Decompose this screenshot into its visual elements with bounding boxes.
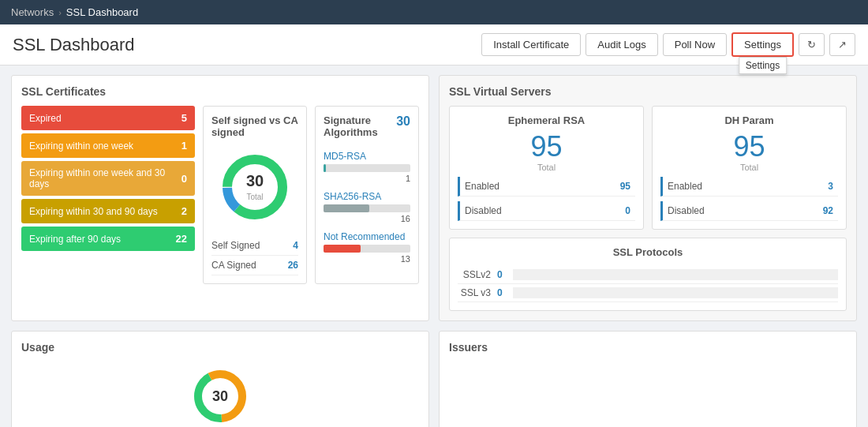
usage-card: Usage 30 — [11, 331, 429, 427]
donut-total: 30 — [246, 172, 264, 190]
sig-track-not-rec — [324, 245, 410, 253]
install-certificate-button[interactable]: Install Certificate — [481, 33, 581, 56]
sig-title: SignatureAlgorithms — [324, 114, 378, 138]
protocol-sslv2-bar — [513, 269, 838, 280]
self-signed-val: 4 — [293, 240, 298, 251]
ephemeral-rsa-disabled-val: 0 — [625, 205, 630, 216]
sig-label-md5[interactable]: MD5-RSA — [324, 151, 410, 162]
settings-button[interactable]: Settings — [731, 32, 794, 57]
nav-networks[interactable]: Networks — [11, 6, 54, 18]
ephemeral-rsa-enabled-row[interactable]: Enabled 95 — [458, 177, 635, 197]
ssl-certificates-panel: SSL Certificates Expired 5 Expiring with… — [11, 75, 429, 321]
ca-signed-stat[interactable]: CA Signed 26 — [211, 256, 298, 275]
cert-row-30-90[interactable]: Expiring within 30 and 90 days 2 — [21, 199, 195, 223]
ssl-vs-title: SSL Virtual Servers — [449, 85, 847, 98]
donut-stats: Self Signed 4 CA Signed 26 — [211, 236, 298, 275]
issuers-title: Issuers — [449, 341, 847, 354]
donut-center: 30 Total — [246, 172, 264, 202]
header-actions: Install Certificate Audit Logs Poll Now … — [481, 32, 855, 57]
ssl-protocols-card: SSL Protocols SSLv2 0 SSL v3 0 — [449, 238, 847, 311]
cert-label-expired: Expired — [29, 113, 62, 124]
header: SSL Dashboard Install Certificate Audit … — [0, 24, 868, 66]
self-signed-panel: Self signed vs CA signed 30 — [203, 106, 307, 284]
ca-signed-val: 26 — [288, 260, 298, 271]
cert-row-expired[interactable]: Expired 5 — [21, 106, 195, 130]
sig-track-md5 — [324, 164, 410, 172]
usage-total: 30 — [212, 388, 228, 404]
usage-title: Usage — [21, 341, 419, 354]
ephemeral-rsa-title: Ephemeral RSA — [458, 114, 635, 126]
dh-param-disabled-val: 92 — [823, 205, 833, 216]
sig-fill-not-rec — [324, 245, 361, 253]
export-button[interactable]: ↗ — [829, 33, 855, 56]
dh-param-title: DH Param — [660, 114, 838, 126]
sig-label-sha256[interactable]: SHA256-RSA — [324, 191, 410, 202]
sig-header: SignatureAlgorithms 30 — [324, 114, 410, 144]
signature-algorithms-panel: SignatureAlgorithms 30 MD5-RSA 1 SHA256-… — [315, 106, 419, 284]
protocol-sslv3-label: SSL v3 — [458, 287, 497, 298]
refresh-button[interactable]: ↻ — [799, 33, 825, 56]
cert-label-week: Expiring within one week — [29, 140, 133, 152]
cert-row-week[interactable]: Expiring within one week 1 — [21, 133, 195, 158]
ephemeral-rsa-disabled-row[interactable]: Disabled 0 — [458, 201, 635, 221]
sig-fill-sha256 — [324, 204, 369, 212]
cert-count-30-90: 2 — [181, 205, 187, 217]
top-nav: Networks › SSL Dashboard — [0, 0, 868, 24]
dh-param-enabled-val: 3 — [828, 181, 833, 192]
issuers-card: Issuers — [439, 331, 857, 427]
sig-track-sha256 — [324, 204, 410, 212]
self-signed-donut-container: 30 Total Self Signed 4 CA Signed 2 — [211, 144, 298, 275]
sig-item-md5: MD5-RSA 1 — [324, 151, 410, 183]
sig-count-not-rec: 13 — [324, 254, 410, 264]
ssl-certs-title: SSL Certificates — [21, 85, 419, 98]
audit-logs-button[interactable]: Audit Logs — [586, 33, 657, 56]
protocol-sslv3-val: 0 — [497, 287, 513, 298]
dh-param-enabled-label: Enabled — [668, 181, 702, 192]
ephemeral-rsa-card: Ephemeral RSA 95 Total Enabled 95 Disabl… — [449, 106, 644, 230]
settings-tooltip-box: Settings — [739, 57, 787, 74]
dh-param-enabled-row[interactable]: Enabled 3 — [660, 177, 838, 197]
ssl-virtual-servers-panel: SSL Virtual Servers Ephemeral RSA 95 Tot… — [439, 75, 857, 321]
protocol-sslv2-val: 0 — [497, 269, 513, 280]
protocol-sslv3-bar — [513, 287, 838, 298]
ephemeral-rsa-total-label: Total — [458, 163, 635, 172]
usage-donut-wrapper: 30 — [189, 365, 252, 427]
bottom-row: Usage 30 Issuers — [0, 331, 868, 427]
ephemeral-rsa-enabled-val: 95 — [620, 181, 630, 192]
dh-param-disabled-row[interactable]: Disabled 92 — [660, 201, 838, 221]
cert-count-after-90: 22 — [176, 233, 187, 245]
self-signed-title: Self signed vs CA signed — [211, 114, 298, 138]
cert-row-after-90[interactable]: Expiring after 90 days 22 — [21, 227, 195, 251]
protocol-sslv2-row[interactable]: SSLv2 0 — [458, 266, 838, 284]
nav-chevron: › — [58, 8, 62, 17]
page-title: SSL Dashboard — [13, 35, 135, 55]
protocol-sslv2-label: SSLv2 — [458, 269, 497, 280]
ephemeral-rsa-disabled-label: Disabled — [465, 205, 502, 216]
ca-signed-label: CA Signed — [211, 260, 256, 271]
cert-count-expired: 5 — [181, 112, 187, 124]
dh-param-total: 95 — [660, 133, 838, 161]
self-signed-donut: 30 Total — [215, 148, 294, 227]
main-grid: SSL Certificates Expired 5 Expiring with… — [0, 66, 868, 331]
vs-grid: Ephemeral RSA 95 Total Enabled 95 Disabl… — [449, 106, 847, 230]
dh-param-disabled-label: Disabled — [668, 205, 705, 216]
self-signed-stat[interactable]: Self Signed 4 — [211, 236, 298, 256]
usage-inner: 30 — [21, 361, 419, 427]
sig-count-sha256: 16 — [324, 214, 410, 223]
donut-label: Total — [246, 193, 263, 201]
protocol-sslv3-row[interactable]: SSL v3 0 — [458, 284, 838, 302]
sig-fill-md5 — [324, 164, 326, 172]
dh-param-card: DH Param 95 Total Enabled 3 Disabled 92 — [652, 106, 847, 230]
cert-label-after-90: Expiring after 90 days — [29, 234, 121, 245]
cert-row-week-30[interactable]: Expiring within one week and 30 days 0 — [21, 161, 195, 196]
poll-now-button[interactable]: Poll Now — [663, 33, 727, 56]
cert-list: Expired 5 Expiring within one week 1 Exp… — [21, 106, 195, 276]
sig-total: 30 — [396, 114, 410, 129]
sig-item-sha256: SHA256-RSA 16 — [324, 191, 410, 223]
ssl-protocols-title: SSL Protocols — [458, 246, 838, 258]
sig-count-md5: 1 — [324, 174, 410, 183]
cert-label-30-90: Expiring within 30 and 90 days — [29, 206, 158, 217]
sig-label-not-rec[interactable]: Not Recommended — [324, 231, 410, 242]
dh-param-total-label: Total — [660, 163, 838, 172]
self-signed-label: Self Signed — [211, 240, 260, 251]
